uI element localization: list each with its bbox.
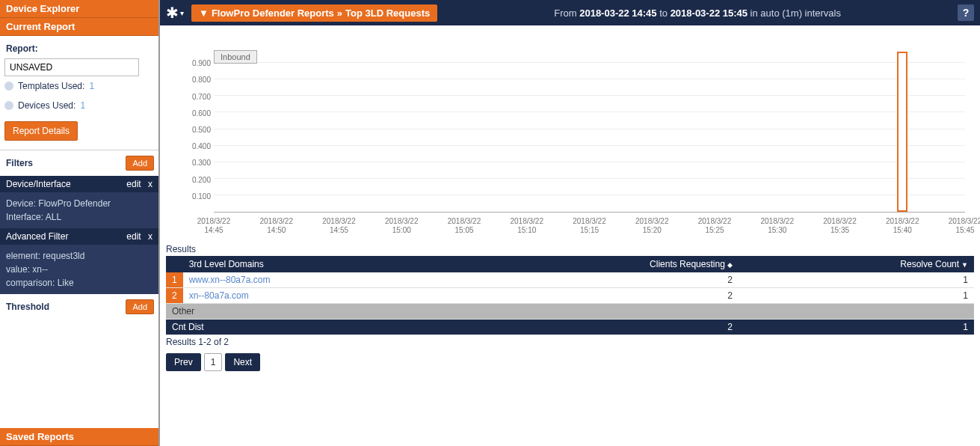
filter-title: Device/Interface — [6, 179, 71, 189]
add-threshold-button[interactable]: Add — [126, 299, 154, 314]
y-tick: 0.600 — [181, 109, 211, 117]
expand-icon — [4, 101, 13, 110]
results-label: Results — [166, 242, 974, 256]
x-tick: 2018/3/2214:55 — [313, 217, 366, 235]
dropdown-icon: ▼ — [199, 7, 209, 19]
filter-value-value: value: xn-- — [6, 263, 152, 276]
templates-used-row[interactable]: Templates Used: 1 — [4, 76, 154, 96]
x-tick: 2018/3/2214:50 — [250, 217, 303, 235]
saved-reports-header[interactable]: Saved Reports — [0, 428, 158, 446]
breadcrumb[interactable]: ▼ FlowPro Defender Reports » Top 3LD Req… — [191, 4, 437, 22]
sidebar: Device Explorer Current Report Report: T… — [0, 0, 160, 446]
devices-label: Devices Used: — [18, 100, 75, 111]
cntdist-resolve: 1 — [739, 320, 974, 335]
resolve-value: 1 — [739, 288, 974, 304]
from-label: From — [554, 7, 579, 19]
report-label: Report: — [4, 39, 154, 58]
results-count: Results 1-2 of 2 — [166, 335, 974, 349]
interval-label: in auto (1m) intervals — [748, 7, 841, 19]
help-icon[interactable]: ? — [958, 4, 974, 21]
x-tick: 2018/3/2215:00 — [375, 217, 428, 235]
filter-device-value: Device: FlowPro Defender — [6, 197, 152, 210]
chart: Inbound 0.1000.2000.3000.4000.5000.6000.… — [160, 25, 980, 242]
report-details-button[interactable]: Report Details — [4, 121, 78, 141]
sort-icon: ◆ — [727, 261, 733, 269]
y-tick: 0.800 — [181, 76, 211, 84]
breadcrumb-parent: FlowPro Defender Reports — [212, 7, 334, 19]
settings-gear-icon[interactable]: ✱▾ — [166, 4, 184, 22]
col-resolve[interactable]: Resolve Count▼ — [739, 256, 974, 272]
x-tick: 2018/3/2215:35 — [814, 217, 866, 235]
main-panel: ✱▾ ▼ FlowPro Defender Reports » Top 3LD … — [160, 0, 980, 446]
clients-value: 2 — [458, 288, 739, 304]
from-value: 2018-03-22 14:45 — [579, 7, 656, 19]
filter-edit-link[interactable]: edit — [126, 179, 141, 189]
sort-desc-icon: ▼ — [961, 261, 968, 269]
x-tick: 2018/3/2215:10 — [501, 217, 553, 235]
x-tick: 2018/3/2214:45 — [188, 217, 240, 235]
other-row: Other — [166, 304, 974, 320]
filter-advanced-header: Advanced Filter edit x — [0, 228, 158, 245]
x-tick: 2018/3/2215:20 — [626, 217, 678, 235]
row-number: 2 — [166, 288, 183, 304]
prev-button[interactable]: Prev — [166, 353, 201, 371]
y-tick: 0.900 — [181, 59, 211, 67]
resolve-value: 1 — [739, 272, 974, 288]
results-table: 3rd Level Domains Clients Requesting◆ Re… — [166, 256, 974, 335]
y-tick: 0.400 — [181, 142, 211, 150]
breadcrumb-current: Top 3LD Requests — [345, 7, 430, 19]
chart-bar[interactable] — [897, 52, 907, 212]
filter-close-link[interactable]: x — [148, 179, 152, 189]
report-name-input[interactable] — [4, 58, 139, 76]
templates-label: Templates Used: — [18, 81, 84, 91]
row-number: 1 — [166, 272, 183, 288]
time-range[interactable]: From 2018-03-22 14:45 to 2018-03-22 15:4… — [445, 7, 950, 19]
topbar: ✱▾ ▼ FlowPro Defender Reports » Top 3LD … — [160, 0, 980, 25]
add-filter-button[interactable]: Add — [126, 156, 154, 171]
x-tick: 2018/3/2215:05 — [438, 217, 490, 235]
threshold-label: Threshold — [4, 297, 51, 317]
expand-icon — [4, 82, 13, 91]
cntdist-label: Cnt Dist — [166, 320, 458, 335]
y-tick: 0.100 — [181, 192, 211, 200]
y-tick: 0.700 — [181, 92, 211, 100]
cntdist-clients: 2 — [458, 320, 739, 335]
filter-close-link[interactable]: x — [148, 231, 152, 242]
devices-count: 1 — [80, 100, 85, 111]
filters-label: Filters — [4, 153, 34, 173]
domain-link[interactable]: www.xn--80a7a.com — [189, 275, 271, 285]
x-tick: 2018/3/2215:30 — [751, 217, 804, 235]
filter-comparison-value: comparison: Like — [6, 276, 152, 290]
x-tick: 2018/3/2215:40 — [876, 217, 928, 235]
col-domain[interactable]: 3rd Level Domains — [183, 256, 459, 272]
page-1-button[interactable]: 1 — [204, 353, 223, 371]
x-tick: 2018/3/2215:15 — [564, 217, 616, 235]
next-button[interactable]: Next — [225, 353, 260, 371]
to-label: to — [657, 7, 671, 19]
table-row[interactable]: 2 xn--80a7a.com 2 1 — [166, 288, 974, 304]
x-tick: 2018/3/2215:45 — [939, 217, 980, 235]
to-value: 2018-03-22 15:45 — [671, 7, 748, 19]
y-tick: 0.300 — [181, 159, 211, 167]
chart-legend[interactable]: Inbound — [214, 50, 257, 64]
domain-link[interactable]: xn--80a7a.com — [189, 290, 249, 301]
devices-used-row[interactable]: Devices Used: 1 — [4, 96, 154, 115]
col-clients[interactable]: Clients Requesting◆ — [458, 256, 739, 272]
filter-interface-value: Interface: ALL — [6, 210, 152, 224]
x-tick: 2018/3/2215:25 — [688, 217, 741, 235]
y-tick: 0.200 — [181, 175, 211, 183]
filter-device-interface-header: Device/Interface edit x — [0, 176, 158, 192]
filter-title: Advanced Filter — [6, 231, 68, 242]
y-tick: 0.500 — [181, 126, 211, 134]
templates-count: 1 — [89, 81, 94, 91]
filter-edit-link[interactable]: edit — [126, 231, 141, 242]
device-explorer-header[interactable]: Device Explorer — [0, 0, 158, 18]
breadcrumb-sep: » — [337, 7, 342, 19]
current-report-header[interactable]: Current Report — [0, 18, 158, 36]
clients-value: 2 — [458, 272, 739, 288]
table-row[interactable]: 1 www.xn--80a7a.com 2 1 — [166, 272, 974, 288]
filter-element-value: element: request3ld — [6, 249, 152, 263]
